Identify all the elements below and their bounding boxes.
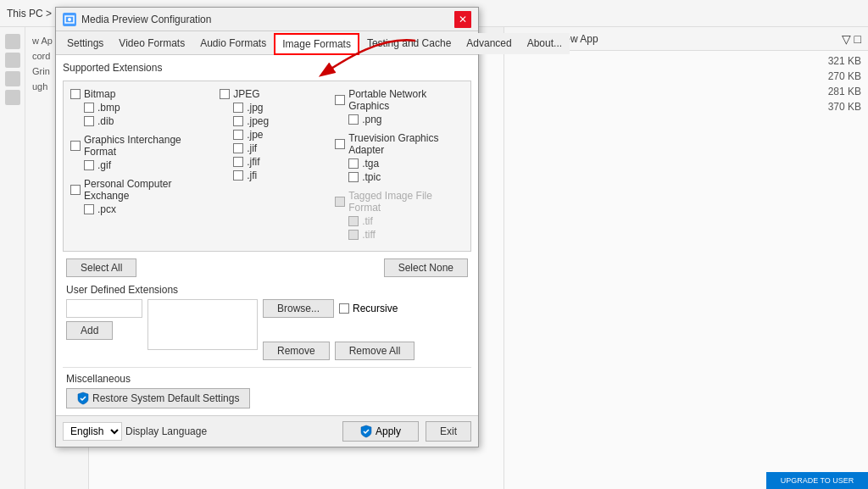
ext-group-gif-header[interactable]: Graphics Interchange Format (70, 134, 206, 158)
restore-defaults-button[interactable]: Restore System Default Settings (66, 388, 250, 408)
checkbox-gif[interactable] (84, 160, 94, 170)
checkbox-jpeg[interactable] (233, 116, 243, 126)
bottom-status-bar: UPGRADE TO USER (766, 472, 868, 489)
ext-sub-jpg[interactable]: .jpg (220, 102, 321, 114)
checkbox-jfi[interactable] (233, 170, 243, 181)
tab-advanced[interactable]: Advanced (459, 33, 519, 54)
ext-group-png-label: Portable Network Graphics (348, 88, 464, 112)
ext-group-tga-label: Truevision Graphics Adapter (348, 132, 464, 156)
user-defined-list[interactable] (147, 299, 258, 350)
ext-sub-jpe[interactable]: .jpe (220, 129, 321, 141)
config-dialog: Media Preview Configuration ✕ Settings V… (55, 7, 479, 447)
checkbox-png[interactable] (348, 114, 359, 125)
ext-label-tif: .tif (362, 215, 373, 227)
checkbox-jif[interactable] (233, 143, 243, 153)
user-defined-right: Browse... Recursive Remove Remove All (263, 299, 415, 360)
ext-label-jfi: .jfi (247, 169, 257, 181)
remove-buttons: Remove Remove All (263, 342, 415, 360)
checkbox-bmp[interactable] (84, 103, 94, 113)
checkbox-pcx-group[interactable] (70, 185, 81, 195)
recursive-row: Recursive (339, 303, 398, 314)
user-defined-input-area: Add (66, 299, 142, 340)
ext-group-gif: Graphics Interchange Format .gif (70, 134, 206, 171)
ext-sub-jfif[interactable]: .jfif (220, 156, 321, 168)
ext-column-1: Bitmap .bmp .dib Graphics Inter (70, 88, 206, 244)
checkbox-gif-group[interactable] (70, 141, 81, 151)
ext-group-jpeg: JPEG .jpg .jpeg .jpe (220, 88, 321, 181)
user-defined-section: User Defined Extensions Add Browse... Re… (63, 284, 471, 360)
checkbox-jpe[interactable] (233, 130, 243, 140)
sidebar-icon-4 (5, 90, 20, 105)
exit-button[interactable]: Exit (426, 421, 471, 442)
language-select[interactable]: English (63, 422, 122, 441)
ext-group-jpeg-header[interactable]: JPEG (220, 88, 321, 100)
checkbox-recursive[interactable] (339, 303, 349, 314)
dialog-close-button[interactable]: ✕ (454, 11, 471, 28)
ext-sub-jfi[interactable]: .jfi (220, 169, 321, 181)
checkbox-tga-group[interactable] (335, 139, 345, 149)
ext-group-bitmap-header[interactable]: Bitmap (70, 88, 206, 100)
select-all-button[interactable]: Select All (66, 258, 136, 277)
ext-sub-dib[interactable]: .dib (70, 115, 206, 127)
sidebar-icon-3 (5, 71, 20, 86)
bg-right-file-size-4: 370 KB (828, 101, 861, 113)
tab-audio-formats[interactable]: Audio Formats (192, 33, 274, 54)
checkbox-tga[interactable] (348, 158, 359, 169)
misc-label: Miscellaneous (66, 373, 468, 385)
user-defined-row: Add Browse... Recursive Remove (66, 299, 468, 360)
user-defined-input[interactable] (66, 299, 142, 318)
ext-group-tga: Truevision Graphics Adapter .tga .tpic (335, 132, 464, 183)
select-none-button[interactable]: Select None (384, 258, 468, 277)
checkbox-pcx[interactable] (84, 204, 94, 214)
bg-app-right-content: 321 KB 270 KB 281 KB 370 KB (504, 51, 868, 117)
ext-sub-tga[interactable]: .tga (335, 158, 464, 169)
dialog-titlebar[interactable]: Media Preview Configuration ✕ (56, 8, 478, 31)
browse-row: Browse... Recursive (263, 299, 398, 318)
tab-about[interactable]: About... (520, 33, 570, 54)
ext-label-dib: .dib (97, 115, 114, 127)
apply-button[interactable]: Apply (342, 421, 419, 442)
checkbox-tif (348, 216, 359, 226)
ext-group-pcx: Personal Computer Exchange .pcx (70, 178, 206, 215)
tab-image-formats[interactable]: Image Formats (274, 33, 359, 55)
ext-sub-tpic[interactable]: .tpic (335, 171, 464, 183)
checkbox-tiff-group (335, 197, 345, 207)
ext-label-pcx: .pcx (97, 203, 116, 215)
bg-minimize-icon[interactable]: ▽ (842, 32, 851, 46)
ext-group-pcx-header[interactable]: Personal Computer Exchange (70, 178, 206, 202)
ext-sub-tif: .tif (335, 215, 464, 227)
ext-sub-bmp[interactable]: .bmp (70, 102, 206, 114)
bg-app-right: Media Preview App ▽ □ 321 KB 270 KB 281 … (504, 27, 868, 489)
ext-group-tga-header[interactable]: Truevision Graphics Adapter (335, 132, 464, 156)
add-button[interactable]: Add (66, 321, 113, 340)
ext-sub-pcx[interactable]: .pcx (70, 203, 206, 215)
checkbox-jpg[interactable] (233, 103, 243, 113)
tab-testing-cache[interactable]: Testing and Cache (359, 33, 459, 54)
misc-section: Miscellaneous Restore System Default Set… (63, 367, 471, 408)
ext-sub-gif[interactable]: .gif (70, 159, 206, 171)
supported-extensions-label: Supported Extensions (63, 62, 471, 74)
bg-maximize-icon[interactable]: □ (854, 32, 861, 46)
ext-sub-jif[interactable]: .jif (220, 142, 321, 154)
dialog-bottom-row: English Display Language Apply Exit (56, 415, 478, 447)
dialog-titlebar-left: Media Preview Configuration (63, 13, 211, 26)
checkbox-tpic[interactable] (348, 172, 359, 182)
browse-button[interactable]: Browse... (263, 299, 334, 318)
ext-group-bitmap-label: Bitmap (84, 88, 115, 100)
tab-settings[interactable]: Settings (59, 33, 111, 54)
remove-button[interactable]: Remove (263, 342, 330, 360)
checkbox-png-group[interactable] (335, 95, 345, 105)
language-area: English Display Language (63, 422, 207, 441)
checkbox-bitmap[interactable] (70, 89, 81, 99)
ext-sub-jpeg[interactable]: .jpeg (220, 115, 321, 127)
tab-video-formats[interactable]: Video Formats (111, 33, 192, 54)
ext-group-png-header[interactable]: Portable Network Graphics (335, 88, 464, 112)
checkbox-jpeg-group[interactable] (220, 89, 230, 99)
ext-group-gif-label: Graphics Interchange Format (84, 134, 206, 158)
checkbox-jfif[interactable] (233, 157, 243, 167)
ext-group-tiff-header: Tagged Image File Format (335, 190, 464, 214)
bg-right-file-row-1: 321 KB (511, 54, 861, 68)
remove-all-button[interactable]: Remove All (335, 342, 415, 360)
ext-sub-png[interactable]: .png (335, 114, 464, 125)
checkbox-dib[interactable] (84, 116, 94, 126)
